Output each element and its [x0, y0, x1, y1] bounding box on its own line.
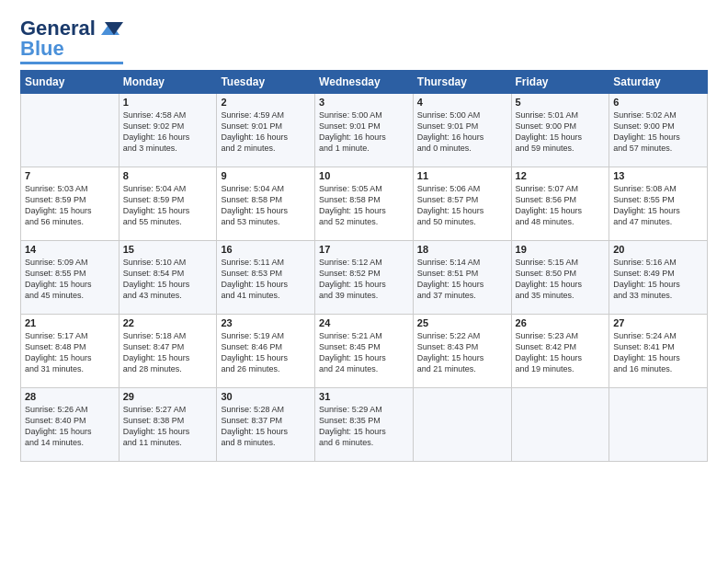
calendar-cell: 24Sunrise: 5:21 AM Sunset: 8:45 PM Dayli… — [315, 315, 414, 388]
calendar-cell — [511, 388, 609, 462]
logo: General Blue — [20, 17, 123, 64]
logo-blue: Blue — [20, 37, 64, 61]
calendar-cell: 18Sunrise: 5:14 AM Sunset: 8:51 PM Dayli… — [413, 241, 511, 315]
calendar-cell: 17Sunrise: 5:12 AM Sunset: 8:52 PM Dayli… — [315, 241, 414, 315]
day-number: 1 — [123, 97, 213, 108]
calendar-cell: 29Sunrise: 5:27 AM Sunset: 8:38 PM Dayli… — [119, 388, 217, 462]
calendar-cell: 30Sunrise: 5:28 AM Sunset: 8:37 PM Dayli… — [217, 388, 315, 462]
calendar-cell: 11Sunrise: 5:06 AM Sunset: 8:57 PM Dayli… — [413, 167, 511, 241]
cell-info: Sunrise: 5:26 AM Sunset: 8:40 PM Dayligh… — [25, 404, 115, 449]
cell-info: Sunrise: 5:17 AM Sunset: 8:48 PM Dayligh… — [25, 330, 115, 375]
cell-info: Sunrise: 5:18 AM Sunset: 8:47 PM Dayligh… — [123, 330, 213, 375]
calendar-table: SundayMondayTuesdayWednesdayThursdayFrid… — [20, 70, 708, 462]
weekday-header: Sunday — [21, 71, 119, 94]
cell-info: Sunrise: 5:00 AM Sunset: 9:01 PM Dayligh… — [319, 109, 409, 155]
day-number: 9 — [221, 170, 311, 181]
calendar-week: 28Sunrise: 5:26 AM Sunset: 8:40 PM Dayli… — [21, 388, 708, 462]
header-row: SundayMondayTuesdayWednesdayThursdayFrid… — [21, 71, 708, 94]
day-number: 19 — [516, 244, 606, 255]
day-number: 7 — [25, 170, 115, 181]
calendar-cell: 6Sunrise: 5:02 AM Sunset: 9:00 PM Daylig… — [609, 94, 708, 167]
calendar-cell: 4Sunrise: 5:00 AM Sunset: 9:01 PM Daylig… — [413, 94, 511, 167]
day-number: 30 — [221, 391, 311, 402]
day-number: 27 — [613, 317, 703, 328]
day-number: 31 — [319, 391, 409, 402]
cell-info: Sunrise: 5:22 AM Sunset: 8:43 PM Dayligh… — [417, 330, 507, 375]
calendar-cell: 28Sunrise: 5:26 AM Sunset: 8:40 PM Dayli… — [21, 388, 119, 462]
day-number: 29 — [123, 391, 213, 402]
day-number: 8 — [123, 170, 213, 181]
cell-info: Sunrise: 5:08 AM Sunset: 8:55 PM Dayligh… — [613, 183, 703, 228]
cell-info: Sunrise: 5:14 AM Sunset: 8:51 PM Dayligh… — [417, 257, 507, 302]
cell-info: Sunrise: 5:19 AM Sunset: 8:46 PM Dayligh… — [221, 330, 311, 375]
page: General Blue SundayMondayTuesdayWednesda… — [0, 0, 728, 471]
cell-info: Sunrise: 5:10 AM Sunset: 8:54 PM Dayligh… — [123, 257, 213, 302]
day-number: 13 — [613, 170, 703, 181]
cell-info: Sunrise: 5:01 AM Sunset: 9:00 PM Dayligh… — [516, 109, 606, 155]
calendar-cell: 8Sunrise: 5:04 AM Sunset: 8:59 PM Daylig… — [119, 167, 217, 241]
cell-info: Sunrise: 5:05 AM Sunset: 8:58 PM Dayligh… — [319, 183, 409, 228]
day-number: 6 — [613, 97, 703, 108]
calendar-cell: 31Sunrise: 5:29 AM Sunset: 8:35 PM Dayli… — [315, 388, 414, 462]
cell-info: Sunrise: 5:15 AM Sunset: 8:50 PM Dayligh… — [516, 257, 606, 302]
calendar-cell: 26Sunrise: 5:23 AM Sunset: 8:42 PM Dayli… — [511, 315, 609, 388]
weekday-header: Wednesday — [315, 71, 414, 94]
calendar-cell: 14Sunrise: 5:09 AM Sunset: 8:55 PM Dayli… — [21, 241, 119, 315]
calendar-cell — [609, 388, 708, 462]
calendar-cell: 7Sunrise: 5:03 AM Sunset: 8:59 PM Daylig… — [21, 167, 119, 241]
cell-info: Sunrise: 5:16 AM Sunset: 8:49 PM Dayligh… — [613, 257, 703, 302]
calendar-week: 14Sunrise: 5:09 AM Sunset: 8:55 PM Dayli… — [21, 241, 708, 315]
calendar-week: 1Sunrise: 4:58 AM Sunset: 9:02 PM Daylig… — [21, 94, 708, 167]
day-number: 24 — [319, 317, 409, 328]
calendar-cell: 19Sunrise: 5:15 AM Sunset: 8:50 PM Dayli… — [511, 241, 609, 315]
cell-info: Sunrise: 5:04 AM Sunset: 8:59 PM Dayligh… — [123, 183, 213, 228]
day-number: 17 — [319, 244, 409, 255]
cell-info: Sunrise: 5:27 AM Sunset: 8:38 PM Dayligh… — [123, 404, 213, 449]
day-number: 22 — [123, 317, 213, 328]
day-number: 23 — [221, 317, 311, 328]
day-number: 5 — [516, 97, 606, 108]
calendar-cell — [21, 94, 119, 167]
day-number: 11 — [417, 170, 507, 181]
cell-info: Sunrise: 5:21 AM Sunset: 8:45 PM Dayligh… — [319, 330, 409, 375]
cell-info: Sunrise: 5:24 AM Sunset: 8:41 PM Dayligh… — [613, 330, 703, 375]
calendar-cell: 25Sunrise: 5:22 AM Sunset: 8:43 PM Dayli… — [413, 315, 511, 388]
weekday-header: Thursday — [413, 71, 511, 94]
header: General Blue — [20, 17, 708, 64]
day-number: 12 — [516, 170, 606, 181]
cell-info: Sunrise: 5:03 AM Sunset: 8:59 PM Dayligh… — [25, 183, 115, 228]
day-number: 3 — [319, 97, 409, 108]
day-number: 25 — [417, 317, 507, 328]
cell-info: Sunrise: 5:07 AM Sunset: 8:56 PM Dayligh… — [516, 183, 606, 228]
day-number: 10 — [319, 170, 409, 181]
day-number: 18 — [417, 244, 507, 255]
cell-info: Sunrise: 4:59 AM Sunset: 9:01 PM Dayligh… — [221, 109, 311, 155]
calendar-cell: 16Sunrise: 5:11 AM Sunset: 8:53 PM Dayli… — [217, 241, 315, 315]
calendar-cell: 12Sunrise: 5:07 AM Sunset: 8:56 PM Dayli… — [511, 167, 609, 241]
cell-info: Sunrise: 4:58 AM Sunset: 9:02 PM Dayligh… — [123, 109, 213, 155]
cell-info: Sunrise: 5:06 AM Sunset: 8:57 PM Dayligh… — [417, 183, 507, 228]
cell-info: Sunrise: 5:29 AM Sunset: 8:35 PM Dayligh… — [319, 404, 409, 449]
cell-info: Sunrise: 5:02 AM Sunset: 9:00 PM Dayligh… — [613, 109, 703, 155]
day-number: 4 — [417, 97, 507, 108]
calendar-cell: 9Sunrise: 5:04 AM Sunset: 8:58 PM Daylig… — [217, 167, 315, 241]
cell-info: Sunrise: 5:12 AM Sunset: 8:52 PM Dayligh… — [319, 257, 409, 302]
calendar-cell: 21Sunrise: 5:17 AM Sunset: 8:48 PM Dayli… — [21, 315, 119, 388]
calendar-cell: 5Sunrise: 5:01 AM Sunset: 9:00 PM Daylig… — [511, 94, 609, 167]
day-number: 21 — [25, 317, 115, 328]
logo-bar — [20, 62, 123, 64]
cell-info: Sunrise: 5:23 AM Sunset: 8:42 PM Dayligh… — [516, 330, 606, 375]
cell-info: Sunrise: 5:09 AM Sunset: 8:55 PM Dayligh… — [25, 257, 115, 302]
calendar-cell: 10Sunrise: 5:05 AM Sunset: 8:58 PM Dayli… — [315, 167, 414, 241]
calendar-week: 7Sunrise: 5:03 AM Sunset: 8:59 PM Daylig… — [21, 167, 708, 241]
cell-info: Sunrise: 5:28 AM Sunset: 8:37 PM Dayligh… — [221, 404, 311, 449]
calendar-cell: 2Sunrise: 4:59 AM Sunset: 9:01 PM Daylig… — [217, 94, 315, 167]
cell-info: Sunrise: 5:11 AM Sunset: 8:53 PM Dayligh… — [221, 257, 311, 302]
calendar-cell: 13Sunrise: 5:08 AM Sunset: 8:55 PM Dayli… — [609, 167, 708, 241]
weekday-header: Monday — [119, 71, 217, 94]
calendar-cell: 20Sunrise: 5:16 AM Sunset: 8:49 PM Dayli… — [609, 241, 708, 315]
weekday-header: Saturday — [609, 71, 708, 94]
weekday-header: Friday — [511, 71, 609, 94]
calendar-week: 21Sunrise: 5:17 AM Sunset: 8:48 PM Dayli… — [21, 315, 708, 388]
day-number: 20 — [613, 244, 703, 255]
